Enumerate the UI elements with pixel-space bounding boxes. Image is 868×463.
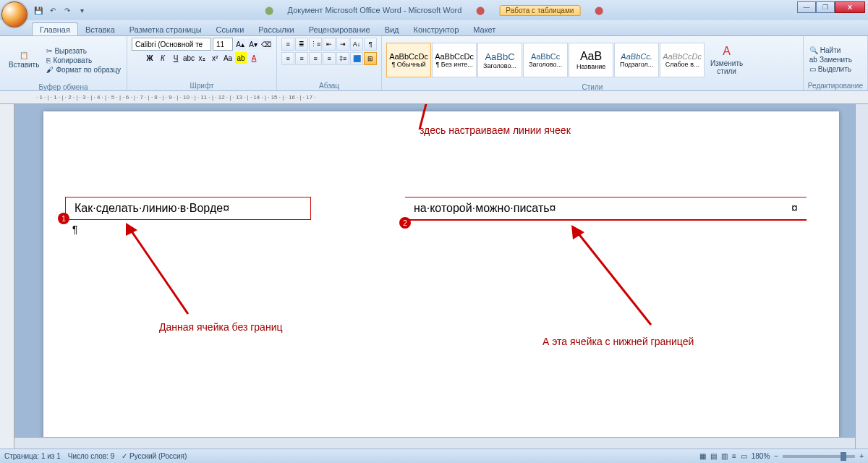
vertical-ruler[interactable]: [0, 104, 14, 449]
zoom-in-button[interactable]: +: [859, 452, 864, 460]
case-button[interactable]: Aa: [222, 52, 234, 64]
group-clipboard: 📋 Вставить ✂Вырезать ⎘Копировать 🖌Формат…: [0, 36, 127, 90]
find-button[interactable]: 🔍Найти: [808, 46, 854, 54]
undo-icon[interactable]: ↶: [46, 4, 59, 17]
format-painter-button[interactable]: 🖌Формат по образцу: [45, 66, 122, 74]
italic-button[interactable]: К: [157, 52, 169, 64]
change-styles-button[interactable]: A Изменить стили: [706, 38, 747, 82]
close-button[interactable]: X: [835, 1, 865, 13]
minimize-button[interactable]: —: [797, 1, 816, 13]
view-web-icon[interactable]: ▥: [721, 452, 728, 460]
annotation-top: здесь настраиваем линии ячеек: [420, 124, 571, 136]
view-draft-icon[interactable]: ▭: [741, 452, 747, 460]
brush-icon: 🖌: [46, 66, 54, 74]
outdent-button[interactable]: ⇤: [323, 38, 336, 51]
replace-icon: ab: [809, 56, 817, 64]
style-subtle[interactable]: AaBbCcDcСлабое в...: [660, 43, 705, 77]
svg-marker-3: [126, 223, 137, 236]
font-size-combo[interactable]: 11: [213, 38, 233, 51]
select-icon: ▭: [809, 65, 816, 73]
cut-button[interactable]: ✂Вырезать: [45, 47, 122, 55]
style-gallery[interactable]: AaBbCcDc¶ Обычный AaBbCcDc¶ Без инте... …: [386, 43, 705, 77]
group-editing: 🔍Найти abЗаменить ▭Выделить Редактирован…: [804, 36, 868, 90]
zoom-level[interactable]: 180%: [752, 452, 770, 460]
cut-icon: ✂: [46, 47, 52, 55]
bullets-button[interactable]: ≡: [281, 38, 294, 51]
paste-icon: 📋: [20, 51, 28, 59]
tab-design[interactable]: Конструктор: [407, 23, 467, 35]
tab-table-layout[interactable]: Макет: [466, 23, 503, 35]
style-normal[interactable]: AaBbCcDc¶ Обычный: [386, 43, 431, 77]
sort-button[interactable]: A↓: [350, 38, 363, 51]
zoom-out-button[interactable]: −: [774, 452, 778, 460]
redo-icon[interactable]: ↷: [61, 4, 74, 17]
align-center-button[interactable]: ≡: [295, 52, 308, 65]
zoom-slider[interactable]: [783, 455, 855, 458]
view-print-icon[interactable]: ▦: [699, 452, 706, 460]
table-cell-1[interactable]: Как·сделать·линию·в·Ворде¤: [65, 197, 311, 220]
paste-label: Вставить: [9, 61, 39, 69]
annotation-left: Данная ячейка без границ: [159, 321, 282, 333]
vertical-scrollbar[interactable]: [855, 104, 868, 449]
copy-button[interactable]: ⎘Копировать: [45, 56, 122, 64]
style-heading1[interactable]: AaBbCЗаголово...: [477, 43, 522, 77]
tab-layout[interactable]: Разметка страницы: [122, 23, 209, 35]
borders-button[interactable]: ⊞: [364, 52, 377, 65]
show-marks-button[interactable]: ¶: [364, 38, 377, 51]
font-name-combo[interactable]: Calibri (Основной те: [132, 38, 211, 51]
view-read-icon[interactable]: ▤: [710, 452, 717, 460]
replace-button[interactable]: abЗаменить: [808, 56, 854, 64]
shading-button[interactable]: 🟦: [350, 52, 363, 65]
subscript-button[interactable]: x₂: [196, 52, 208, 64]
tab-references[interactable]: Ссылки: [209, 23, 252, 35]
qat-more-icon[interactable]: ▾: [75, 4, 88, 17]
grow-font-icon[interactable]: A▴: [234, 38, 246, 50]
font-color-button[interactable]: A: [248, 52, 260, 64]
style-no-spacing[interactable]: AaBbCcDc¶ Без инте...: [432, 43, 477, 77]
marker-1: 1: [58, 213, 69, 224]
align-right-button[interactable]: ≡: [309, 52, 322, 65]
view-outline-icon[interactable]: ≡: [732, 452, 736, 460]
tab-insert[interactable]: Вставка: [78, 23, 122, 35]
bold-button[interactable]: Ж: [144, 52, 156, 64]
arrow-right-icon: [564, 224, 665, 332]
strike-button[interactable]: abc: [183, 52, 195, 64]
tab-view[interactable]: Вид: [378, 23, 407, 35]
status-words[interactable]: Число слов: 9: [68, 452, 114, 460]
clear-format-icon[interactable]: ⌫: [260, 38, 272, 50]
status-page[interactable]: Страница: 1 из 1: [4, 452, 61, 460]
underline-button[interactable]: Ч: [170, 52, 182, 64]
maximize-button[interactable]: ❐: [816, 1, 835, 13]
arrow-left-icon: [116, 220, 203, 321]
horizontal-ruler[interactable]: · 1 · | · 1 · | · 2 · | · 3 · | · 4 · | …: [0, 91, 868, 104]
group-title-font: Шрифт: [132, 81, 272, 90]
style-subtitle[interactable]: AaBbCc.Подзагол...: [614, 43, 659, 77]
tab-home[interactable]: Главная: [32, 22, 78, 35]
office-button[interactable]: [1, 1, 27, 27]
highlight-button[interactable]: ab: [235, 52, 247, 64]
multilevel-button[interactable]: ⋮≡: [309, 38, 322, 51]
ribbon-tabs: Главная Вставка Разметка страницы Ссылки…: [0, 20, 868, 36]
table-cell-2[interactable]: на·которой·можно·писать¤ ¤: [405, 197, 807, 221]
superscript-button[interactable]: x²: [209, 52, 221, 64]
indent-button[interactable]: ⇥: [336, 38, 349, 51]
zoom-thumb[interactable]: [841, 452, 846, 461]
numbering-button[interactable]: ≣: [295, 38, 308, 51]
tab-mailings[interactable]: Рассылки: [251, 23, 301, 35]
group-paragraph: ≡ ≣ ⋮≡ ⇤ ⇥ A↓ ¶ ≡ ≡ ≡ ≡ ‡≡ 🟦 ⊞ Абзац: [277, 36, 382, 90]
line-spacing-button[interactable]: ‡≡: [336, 52, 349, 65]
horizontal-scrollbar[interactable]: [14, 437, 855, 449]
align-left-button[interactable]: ≡: [281, 52, 294, 65]
justify-button[interactable]: ≡: [323, 52, 336, 65]
select-button[interactable]: ▭Выделить: [808, 65, 854, 73]
status-language[interactable]: ✓ Русский (Россия): [122, 452, 187, 460]
shrink-font-icon[interactable]: A▾: [247, 38, 259, 50]
style-heading2[interactable]: AaBbCcЗаголово...: [523, 43, 568, 77]
save-icon[interactable]: 💾: [32, 4, 45, 17]
find-icon: 🔍: [809, 46, 818, 54]
copy-icon: ⎘: [46, 56, 51, 64]
paste-button[interactable]: 📋 Вставить: [4, 38, 43, 82]
style-title[interactable]: AaBНазвание: [569, 43, 613, 77]
tab-review[interactable]: Рецензирование: [302, 23, 378, 35]
page[interactable]: здесь настраиваем линии ячеек Как·сделат…: [43, 111, 839, 449]
